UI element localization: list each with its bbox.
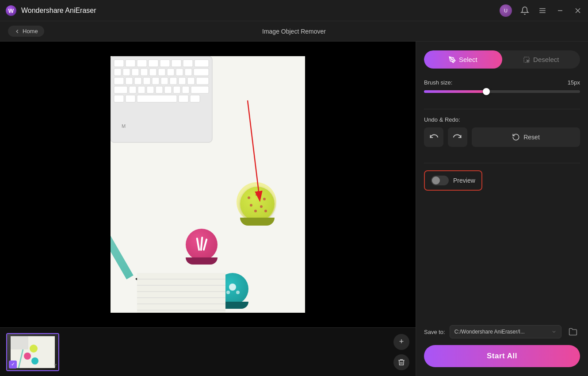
- thumbnail-item[interactable]: ✓ 7: [6, 333, 59, 371]
- svg-rect-32: [161, 77, 168, 84]
- titlebar-left: W Wondershare AniEraser: [5, 5, 96, 16]
- add-image-button[interactable]: +: [393, 334, 409, 350]
- deselect-button[interactable]: Deselect: [502, 50, 580, 69]
- svg-point-78: [31, 357, 38, 364]
- avatar[interactable]: U: [500, 4, 512, 17]
- svg-rect-20: [141, 69, 148, 76]
- select-deselect-row: Select Deselect: [424, 50, 580, 69]
- page-title: Image Object Remover: [262, 28, 326, 35]
- svg-rect-18: [123, 69, 130, 76]
- thumbnail-strip: ✓ 7 +: [0, 327, 416, 376]
- pink-badge: [186, 229, 218, 261]
- image-canvas: M: [111, 56, 305, 313]
- svg-point-64: [236, 291, 240, 294]
- brush-section: Brush size: 15px: [424, 79, 580, 93]
- delete-image-button[interactable]: [393, 354, 409, 370]
- svg-rect-41: [156, 86, 163, 93]
- svg-text:M: M: [122, 123, 126, 129]
- svg-rect-19: [132, 69, 139, 76]
- notification-icon[interactable]: [520, 6, 530, 15]
- svg-rect-12: [149, 60, 158, 67]
- preview-section: Preview: [424, 170, 580, 191]
- select-button[interactable]: Select: [424, 50, 502, 69]
- svg-rect-16: [195, 60, 209, 67]
- reset-button[interactable]: Reset: [472, 127, 580, 147]
- svg-point-56: [260, 205, 263, 208]
- preview-toggle-box[interactable]: Preview: [424, 170, 482, 191]
- svg-rect-46: [114, 95, 124, 102]
- svg-rect-44: [182, 86, 189, 93]
- svg-point-63: [226, 291, 230, 294]
- preview-label: Preview: [453, 177, 475, 184]
- svg-text:W: W: [8, 8, 14, 14]
- keyboard-graphic: M: [111, 56, 217, 145]
- svg-point-53: [256, 193, 258, 196]
- home-button[interactable]: Home: [8, 26, 44, 37]
- undo-button[interactable]: [424, 127, 443, 147]
- thumbnail-actions: +: [393, 334, 409, 370]
- canvas-area[interactable]: M: [0, 42, 416, 376]
- navbar: Home Image Object Remover: [0, 21, 588, 42]
- svg-point-77: [24, 353, 31, 360]
- svg-rect-26: [194, 69, 209, 76]
- app-logo-icon: W: [5, 5, 17, 16]
- brush-size-value: 15px: [568, 79, 580, 86]
- svg-rect-60: [200, 237, 203, 251]
- svg-rect-25: [185, 69, 192, 76]
- svg-point-52: [248, 196, 250, 199]
- preview-toggle[interactable]: [431, 176, 449, 185]
- svg-rect-31: [152, 77, 159, 84]
- save-to-label: Save to:: [424, 329, 445, 335]
- svg-rect-42: [164, 86, 172, 93]
- svg-rect-21: [149, 69, 157, 76]
- save-path-selector[interactable]: C:/Wondershare AniEraser/I...: [450, 325, 561, 338]
- select-label: Select: [459, 56, 477, 63]
- svg-rect-47: [126, 95, 135, 102]
- undo-redo-label: Undo & Redo:: [424, 116, 580, 123]
- svg-rect-65: [137, 273, 225, 313]
- svg-point-62: [229, 284, 236, 291]
- svg-rect-50: [190, 95, 200, 102]
- home-label: Home: [23, 28, 38, 35]
- folder-browse-button[interactable]: [566, 325, 580, 339]
- svg-rect-36: [196, 77, 209, 84]
- svg-rect-75: [11, 336, 28, 349]
- svg-rect-35: [187, 77, 195, 84]
- svg-point-57: [254, 210, 257, 212]
- svg-line-73: [248, 100, 259, 191]
- svg-point-80: [451, 59, 453, 60]
- close-button[interactable]: [573, 6, 583, 15]
- menu-icon[interactable]: [538, 6, 547, 15]
- svg-rect-17: [114, 69, 121, 76]
- undo-redo-row: Reset: [424, 127, 580, 147]
- bottom-section: Save to: C:/Wondershare AniEraser/I... S…: [424, 325, 580, 367]
- right-panel: Select Deselect Brush size: 15px: [416, 42, 588, 376]
- toggle-thumb: [432, 176, 440, 184]
- svg-point-58: [264, 210, 267, 212]
- redo-button[interactable]: [448, 127, 467, 147]
- green-badge: [240, 187, 275, 221]
- svg-rect-49: [179, 95, 188, 102]
- notepad-graphic: [137, 273, 225, 313]
- svg-rect-45: [191, 86, 209, 93]
- svg-rect-22: [158, 69, 165, 76]
- pink-badge-base: [186, 257, 218, 265]
- svg-point-55: [250, 204, 252, 207]
- titlebar-right: U: [500, 4, 583, 17]
- save-row: Save to: C:/Wondershare AniEraser/I...: [424, 325, 580, 339]
- svg-rect-33: [170, 77, 177, 84]
- titlebar: W Wondershare AniEraser U: [0, 0, 588, 21]
- svg-point-54: [263, 198, 266, 200]
- save-path-text: C:/Wondershare AniEraser/I...: [454, 329, 525, 335]
- svg-rect-28: [126, 77, 133, 84]
- start-all-button[interactable]: Start All: [424, 345, 580, 367]
- brush-slider-container[interactable]: [424, 90, 580, 93]
- minimize-button[interactable]: [555, 6, 565, 15]
- svg-rect-30: [143, 77, 150, 84]
- badge-base: [240, 218, 275, 226]
- svg-rect-9: [114, 60, 124, 67]
- svg-rect-11: [137, 60, 147, 67]
- svg-rect-48: [137, 95, 177, 102]
- image-viewport[interactable]: M: [0, 42, 416, 327]
- thumbnail-checkmark: ✓: [9, 361, 17, 368]
